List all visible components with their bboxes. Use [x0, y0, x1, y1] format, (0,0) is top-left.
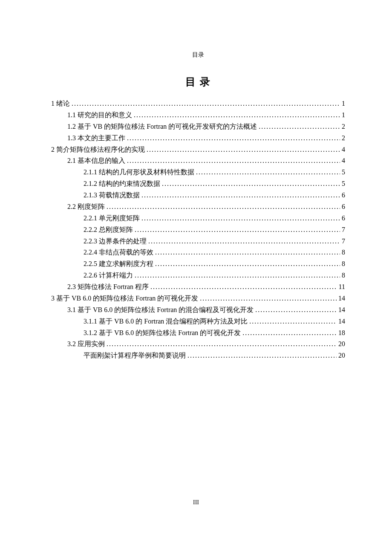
toc-leader-dots — [133, 270, 340, 281]
toc-leader-dots — [105, 201, 340, 213]
toc-leader-dots — [125, 133, 340, 144]
toc-leader-dots — [160, 178, 340, 190]
toc-entry-page: 5 — [340, 167, 345, 178]
toc-leader-dots — [241, 327, 337, 339]
toc-entry-page: 18 — [337, 327, 345, 339]
toc-entry-text: 1.1 研究的目的和意义 — [67, 110, 132, 121]
toc-entry-text: 1 绪论 — [51, 98, 70, 110]
toc-entry-page: 7 — [340, 224, 345, 236]
toc-entry-page: 14 — [337, 316, 345, 327]
toc-entry: 1.1 研究的目的和意义1 — [51, 110, 345, 121]
toc-entry-page: 8 — [340, 270, 345, 281]
toc-entry: 平面刚架计算程序举例和简要说明 20 — [51, 350, 345, 361]
toc-entry-text: 2.1 基本信息的输入 — [67, 155, 125, 167]
toc-entry-page: 2 — [340, 121, 345, 133]
toc-entry-text: 2.3 矩阵位移法 Fortran 程序 — [67, 281, 149, 293]
toc-entry-text: 2.2.2 总刚度矩阵 — [84, 224, 133, 236]
document-page: 目录 目 录 1 绪论 11.1 研究的目的和意义11.2 基于 VB 的矩阵位… — [0, 0, 392, 361]
page-number: III — [0, 499, 392, 506]
toc-entry-text: 1.3 本文的主要工作 — [67, 133, 125, 144]
toc-entry: 2.2.6 计算杆端力 8 — [51, 270, 345, 281]
toc-entry-text: 2.2.3 边界条件的处理 — [84, 236, 147, 247]
toc-entry-page: 6 — [340, 190, 345, 201]
toc-entry: 1 绪论 1 — [51, 98, 345, 110]
toc-entry-text: 2.2.6 计算杆端力 — [84, 270, 133, 281]
toc-leader-dots — [140, 190, 340, 201]
toc-entry-text: 1.2 基于 VB 的矩阵位移法 Fortran 的可视化开发研究的方法概述 — [67, 121, 257, 133]
toc-entry: 3.1 基于 VB 6.0 的矩阵位移法 Fortran 的混合编程及可视化开发… — [51, 304, 345, 316]
toc-entry-text: 2.2 刚度矩阵 — [67, 201, 105, 213]
toc-leader-dots — [105, 338, 337, 350]
toc-leader-dots — [145, 144, 340, 156]
toc-leader-dots — [248, 316, 337, 327]
toc-entry: 2 简介矩阵位移法程序化的实现 4 — [51, 144, 345, 156]
toc-entry: 3.1.1 基于 VB 6.0 的 Fortran 混合编程的两种方法及对比 1… — [51, 316, 345, 327]
toc-leader-dots — [125, 155, 340, 167]
toc-entry-text: 2.1.3 荷载情况数据 — [84, 190, 140, 201]
toc-entry: 2.3 矩阵位移法 Fortran 程序11 — [51, 281, 345, 293]
toc-entry-page: 1 — [340, 110, 345, 121]
toc-entry: 2.1.1 结构的几何形状及材料特性数据 5 — [51, 167, 345, 178]
toc-entry: 2.1.2 结构的约束情况数据 5 — [51, 178, 345, 190]
toc-entry: 3.1.2 基于 VB 6.0 的矩阵位移法 Fortran 的可视化开发 18 — [51, 327, 345, 339]
toc-entry: 2.2.1 单元刚度矩阵 6 — [51, 213, 345, 224]
toc-entry-text: 2.2.5 建立求解刚度方程 — [84, 258, 153, 270]
toc-entry-text: 3.1.2 基于 VB 6.0 的矩阵位移法 Fortran 的可视化开发 — [84, 327, 241, 339]
toc-entry-text: 2.1.2 结构的约束情况数据 — [84, 178, 160, 190]
toc-leader-dots — [70, 98, 340, 110]
toc-entry-page: 14 — [337, 293, 345, 304]
toc-entry-page: 6 — [340, 213, 345, 224]
toc-entry-text: 2 简介矩阵位移法程序化的实现 — [51, 144, 145, 156]
toc-entry-text: 3.2 应用实例 — [67, 338, 105, 350]
toc-leader-dots — [153, 247, 340, 258]
toc-entry-page: 4 — [340, 144, 345, 156]
toc-entry: 2.2.4 非结点荷载的等效 8 — [51, 247, 345, 258]
toc-entry-page: 6 — [340, 201, 345, 213]
toc-entry: 3.2 应用实例20 — [51, 338, 345, 350]
toc-entry-page: 20 — [337, 338, 345, 350]
toc-entry-page: 2 — [340, 133, 345, 144]
toc-entry: 2.1.3 荷载情况数据 6 — [51, 190, 345, 201]
toc-entry-text: 3.1 基于 VB 6.0 的矩阵位移法 Fortran 的混合编程及可视化开发 — [67, 304, 254, 316]
toc-entry: 2.2.3 边界条件的处理 7 — [51, 236, 345, 247]
toc-title: 目 录 — [51, 75, 345, 89]
toc-leader-dots — [147, 236, 340, 247]
toc-entry: 2.2.2 总刚度矩阵 7 — [51, 224, 345, 236]
toc-entry: 2.1 基本信息的输入4 — [51, 155, 345, 167]
toc-leader-dots — [133, 224, 340, 236]
toc-entry: 2.2 刚度矩阵6 — [51, 201, 345, 213]
toc-leader-dots — [257, 121, 340, 133]
toc-entry-page: 5 — [340, 178, 345, 190]
toc-leader-dots — [132, 110, 340, 121]
toc-entry-text: 3.1.1 基于 VB 6.0 的 Fortran 混合编程的两种方法及对比 — [84, 316, 248, 327]
toc-entry-text: 2.1.1 结构的几何形状及材料特性数据 — [84, 167, 194, 178]
toc-entry-text: 2.2.4 非结点荷载的等效 — [84, 247, 153, 258]
toc-entry: 1.2 基于 VB 的矩阵位移法 Fortran 的可视化开发研究的方法概述2 — [51, 121, 345, 133]
table-of-contents: 1 绪论 11.1 研究的目的和意义11.2 基于 VB 的矩阵位移法 Fort… — [51, 98, 345, 361]
toc-leader-dots — [198, 293, 337, 304]
toc-entry: 3 基于 VB 6.0 的矩阵位移法 Fortran 的可视化开发 14 — [51, 293, 345, 304]
toc-entry-text: 3 基于 VB 6.0 的矩阵位移法 Fortran 的可视化开发 — [51, 293, 198, 304]
toc-entry-text: 2.2.1 单元刚度矩阵 — [84, 213, 140, 224]
toc-entry: 2.2.5 建立求解刚度方程 8 — [51, 258, 345, 270]
running-header: 目录 — [51, 51, 345, 59]
toc-entry-page: 7 — [340, 236, 345, 247]
toc-leader-dots — [186, 350, 337, 361]
toc-entry: 1.3 本文的主要工作2 — [51, 133, 345, 144]
toc-entry-page: 20 — [337, 350, 345, 361]
toc-entry-page: 11 — [337, 281, 345, 293]
toc-entry-page: 8 — [340, 258, 345, 270]
toc-entry-page: 1 — [340, 98, 345, 110]
toc-entry-page: 14 — [337, 304, 345, 316]
toc-entry-page: 8 — [340, 247, 345, 258]
toc-leader-dots — [140, 213, 340, 224]
toc-entry-text: 平面刚架计算程序举例和简要说明 — [84, 350, 186, 361]
toc-leader-dots — [153, 258, 340, 270]
toc-leader-dots — [194, 167, 340, 178]
toc-leader-dots — [254, 304, 337, 316]
toc-entry-page: 4 — [340, 155, 345, 167]
toc-leader-dots — [149, 281, 337, 293]
